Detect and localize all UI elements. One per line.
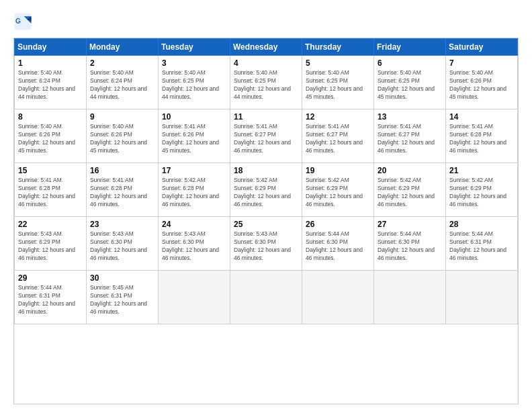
calendar-cell: 29 Sunrise: 5:44 AMSunset: 6:31 PMDaylig… [15,271,87,324]
day-number: 28 [449,220,514,229]
day-info: Sunrise: 5:45 AMSunset: 6:31 PMDaylight:… [90,284,147,315]
calendar-cell: 30 Sunrise: 5:45 AMSunset: 6:31 PMDaylig… [87,271,159,324]
day-info: Sunrise: 5:44 AMSunset: 6:31 PMDaylight:… [449,230,506,261]
calendar-cell: 14 Sunrise: 5:41 AMSunset: 6:28 PMDaylig… [446,109,518,163]
day-info: Sunrise: 5:42 AMSunset: 6:29 PMDaylight:… [449,177,506,208]
calendar-cell: 10 Sunrise: 5:41 AMSunset: 6:26 PMDaylig… [159,109,230,163]
day-number: 9 [90,112,154,122]
weekday-header-thursday: Thursday [302,39,374,56]
calendar-cell: 3 Sunrise: 5:40 AMSunset: 6:25 PMDayligh… [159,56,230,109]
calendar-cell: 13 Sunrise: 5:41 AMSunset: 6:27 PMDaylig… [374,109,446,163]
day-number: 5 [306,58,370,68]
day-number: 13 [378,112,442,122]
calendar-week-4: 22 Sunrise: 5:43 AMSunset: 6:29 PMDaylig… [15,217,518,271]
calendar-cell: 9 Sunrise: 5:40 AMSunset: 6:26 PMDayligh… [87,109,159,163]
day-number: 4 [234,58,298,68]
weekday-header-friday: Friday [374,39,446,56]
calendar-cell: 8 Sunrise: 5:40 AMSunset: 6:26 PMDayligh… [15,109,87,163]
day-number: 25 [234,220,298,229]
day-info: Sunrise: 5:41 AMSunset: 6:26 PMDaylight:… [162,123,219,154]
weekday-row: SundayMondayTuesdayWednesdayThursdayFrid… [15,39,518,56]
day-info: Sunrise: 5:42 AMSunset: 6:29 PMDaylight:… [378,177,435,208]
day-info: Sunrise: 5:41 AMSunset: 6:28 PMDaylight:… [18,177,75,208]
day-info: Sunrise: 5:41 AMSunset: 6:27 PMDaylight:… [378,123,435,154]
day-number: 11 [234,112,298,122]
calendar-cell: 20 Sunrise: 5:42 AMSunset: 6:29 PMDaylig… [374,163,446,217]
logo-icon: G [13,12,32,31]
calendar-body: 1 Sunrise: 5:40 AMSunset: 6:24 PMDayligh… [15,56,518,324]
day-info: Sunrise: 5:41 AMSunset: 6:28 PMDaylight:… [90,177,147,208]
day-info: Sunrise: 5:41 AMSunset: 6:27 PMDaylight:… [234,123,291,154]
calendar-cell: 7 Sunrise: 5:40 AMSunset: 6:26 PMDayligh… [446,56,518,109]
day-info: Sunrise: 5:40 AMSunset: 6:26 PMDaylight:… [449,69,506,100]
calendar-cell: 4 Sunrise: 5:40 AMSunset: 6:25 PMDayligh… [230,56,302,109]
day-info: Sunrise: 5:40 AMSunset: 6:24 PMDaylight:… [18,69,75,100]
day-info: Sunrise: 5:40 AMSunset: 6:25 PMDaylight:… [234,69,291,100]
day-number: 12 [306,112,370,122]
calendar-cell: 1 Sunrise: 5:40 AMSunset: 6:24 PMDayligh… [15,56,87,109]
day-number: 14 [449,112,514,122]
calendar-cell [446,271,518,324]
header: G [13,12,519,31]
day-info: Sunrise: 5:41 AMSunset: 6:28 PMDaylight:… [449,123,506,154]
page: G SundayMondayTuesdayWednesdayThursdayFr… [0,0,532,411]
day-info: Sunrise: 5:42 AMSunset: 6:29 PMDaylight:… [234,177,291,208]
calendar-cell: 2 Sunrise: 5:40 AMSunset: 6:24 PMDayligh… [87,56,159,109]
day-info: Sunrise: 5:42 AMSunset: 6:29 PMDaylight:… [306,177,363,208]
day-number: 22 [18,220,83,229]
calendar-cell: 27 Sunrise: 5:44 AMSunset: 6:30 PMDaylig… [374,217,446,271]
calendar-cell: 16 Sunrise: 5:41 AMSunset: 6:28 PMDaylig… [87,163,159,217]
calendar-header: SundayMondayTuesdayWednesdayThursdayFrid… [15,39,518,56]
calendar-cell: 19 Sunrise: 5:42 AMSunset: 6:29 PMDaylig… [302,163,374,217]
day-info: Sunrise: 5:41 AMSunset: 6:27 PMDaylight:… [306,123,363,154]
calendar-cell: 26 Sunrise: 5:44 AMSunset: 6:30 PMDaylig… [302,217,374,271]
day-info: Sunrise: 5:43 AMSunset: 6:30 PMDaylight:… [234,230,291,261]
day-info: Sunrise: 5:44 AMSunset: 6:30 PMDaylight:… [306,230,363,261]
calendar-cell: 18 Sunrise: 5:42 AMSunset: 6:29 PMDaylig… [230,163,302,217]
calendar-cell: 5 Sunrise: 5:40 AMSunset: 6:25 PMDayligh… [302,56,374,109]
day-info: Sunrise: 5:42 AMSunset: 6:28 PMDaylight:… [162,177,219,208]
weekday-header-monday: Monday [87,39,159,56]
calendar-cell [302,271,374,324]
day-number: 29 [18,273,83,283]
day-info: Sunrise: 5:44 AMSunset: 6:30 PMDaylight:… [378,230,435,261]
day-info: Sunrise: 5:40 AMSunset: 6:25 PMDaylight:… [162,69,219,100]
weekday-header-saturday: Saturday [446,39,518,56]
calendar-cell: 21 Sunrise: 5:42 AMSunset: 6:29 PMDaylig… [446,163,518,217]
day-number: 3 [162,58,226,68]
day-info: Sunrise: 5:43 AMSunset: 6:30 PMDaylight:… [162,230,219,261]
calendar-cell [159,271,230,324]
day-number: 1 [18,58,83,68]
calendar-cell: 15 Sunrise: 5:41 AMSunset: 6:28 PMDaylig… [15,163,87,217]
day-number: 16 [90,166,154,175]
day-number: 23 [90,220,154,229]
calendar-cell: 25 Sunrise: 5:43 AMSunset: 6:30 PMDaylig… [230,217,302,271]
calendar-cell [230,271,302,324]
calendar-cell: 22 Sunrise: 5:43 AMSunset: 6:29 PMDaylig… [15,217,87,271]
calendar-cell: 24 Sunrise: 5:43 AMSunset: 6:30 PMDaylig… [159,217,230,271]
day-number: 6 [378,58,442,68]
svg-text:G: G [15,17,21,25]
weekday-header-wednesday: Wednesday [230,39,302,56]
day-number: 24 [162,220,226,229]
calendar-week-2: 8 Sunrise: 5:40 AMSunset: 6:26 PMDayligh… [15,109,518,163]
calendar-cell: 12 Sunrise: 5:41 AMSunset: 6:27 PMDaylig… [302,109,374,163]
day-number: 26 [306,220,370,229]
day-number: 10 [162,112,226,122]
day-number: 21 [449,166,514,175]
weekday-header-tuesday: Tuesday [159,39,230,56]
day-number: 8 [18,112,83,122]
calendar-cell: 23 Sunrise: 5:43 AMSunset: 6:30 PMDaylig… [87,217,159,271]
day-number: 7 [449,58,514,68]
calendar-cell: 17 Sunrise: 5:42 AMSunset: 6:28 PMDaylig… [159,163,230,217]
day-info: Sunrise: 5:43 AMSunset: 6:29 PMDaylight:… [18,230,75,261]
calendar-cell: 28 Sunrise: 5:44 AMSunset: 6:31 PMDaylig… [446,217,518,271]
day-info: Sunrise: 5:44 AMSunset: 6:31 PMDaylight:… [18,284,75,315]
calendar-week-5: 29 Sunrise: 5:44 AMSunset: 6:31 PMDaylig… [15,271,518,324]
day-number: 15 [18,166,83,175]
day-info: Sunrise: 5:40 AMSunset: 6:24 PMDaylight:… [90,69,147,100]
calendar-week-1: 1 Sunrise: 5:40 AMSunset: 6:24 PMDayligh… [15,56,518,109]
day-number: 18 [234,166,298,175]
logo: G [13,12,35,31]
day-number: 19 [306,166,370,175]
